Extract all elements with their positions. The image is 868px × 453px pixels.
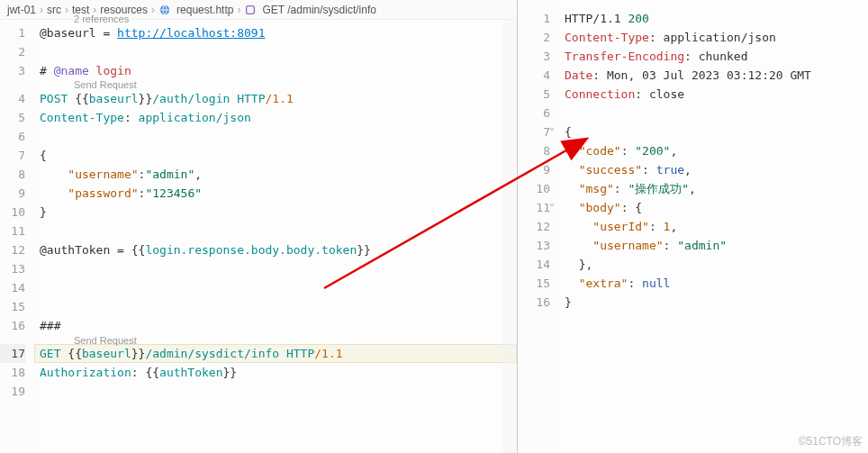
code-line[interactable] bbox=[34, 127, 517, 146]
code-line[interactable] bbox=[34, 382, 517, 401]
pane-divider[interactable] bbox=[517, 0, 518, 453]
line-gutter: 12345678910111213141516171819 bbox=[0, 20, 34, 453]
codelens-references[interactable]: 2 references bbox=[74, 10, 129, 29]
code-line[interactable] bbox=[34, 278, 517, 297]
code-line[interactable]: "username": "admin" bbox=[559, 236, 868, 255]
code-line[interactable]: @authToken = {{login.response.body.body.… bbox=[34, 240, 517, 259]
chevron-right-icon: › bbox=[40, 4, 43, 16]
code-line[interactable]: } bbox=[559, 293, 868, 312]
symbol-method-icon bbox=[244, 4, 257, 16]
code-line[interactable]: Content-Type: application/json bbox=[34, 108, 517, 127]
code-line[interactable] bbox=[34, 222, 517, 240]
chevron-right-icon: › bbox=[151, 4, 155, 16]
right-code-editor[interactable]: 12345678910111213141516 ⌄⌄ HTTP/1.1 200 … bbox=[518, 0, 868, 453]
code-line[interactable] bbox=[34, 297, 517, 316]
left-code-editor[interactable]: 12345678910111213141516171819 2 referenc… bbox=[0, 20, 517, 453]
code-line[interactable]: "success": true, bbox=[559, 160, 868, 179]
code-line[interactable]: { bbox=[34, 146, 517, 165]
code-line[interactable]: Content-Type: application/json bbox=[559, 28, 868, 47]
code-line[interactable]: "userId": 1, bbox=[559, 217, 868, 236]
code-line[interactable]: HTTP/1.1 200 bbox=[559, 9, 868, 28]
code-line[interactable]: "extra": null bbox=[559, 274, 868, 293]
crumb-project[interactable]: jwt-01 bbox=[7, 4, 36, 16]
codelens-send-request[interactable]: Send Request bbox=[74, 76, 137, 95]
code-line[interactable]: Connection: close bbox=[559, 85, 868, 104]
svg-rect-1 bbox=[247, 5, 255, 14]
crumb-symbol[interactable]: GET /admin/sysdict/info bbox=[262, 4, 376, 16]
watermark-text: ©51CTO博客 bbox=[799, 434, 863, 449]
code-line[interactable] bbox=[34, 42, 517, 61]
http-file-icon bbox=[158, 4, 171, 16]
codelens-send-request[interactable]: Send Request bbox=[74, 331, 137, 350]
response-viewer-pane: 12345678910111213141516 ⌄⌄ HTTP/1.1 200 … bbox=[518, 0, 868, 453]
code-line[interactable]: } bbox=[34, 203, 517, 222]
request-editor-pane: jwt-01 › src › test › resources › reques… bbox=[0, 0, 518, 453]
code-line[interactable]: { bbox=[559, 122, 868, 141]
crumb-folder[interactable]: src bbox=[47, 4, 61, 16]
code-line[interactable]: "password":"123456" bbox=[34, 184, 517, 203]
code-line[interactable]: Authorization: {{authToken}} bbox=[34, 363, 517, 382]
code-area[interactable]: HTTP/1.1 200 Content-Type: application/j… bbox=[559, 5, 868, 453]
code-line[interactable] bbox=[559, 104, 868, 122]
code-line[interactable]: Date: Mon, 03 Jul 2023 03:12:20 GMT bbox=[559, 66, 868, 85]
code-line[interactable] bbox=[34, 259, 517, 278]
fold-column[interactable]: ⌄⌄ bbox=[547, 4, 557, 306]
code-line[interactable]: "username":"admin", bbox=[34, 165, 517, 184]
chevron-right-icon: › bbox=[65, 4, 68, 16]
crumb-file[interactable]: request.http bbox=[176, 4, 233, 16]
code-line[interactable]: "body": { bbox=[559, 198, 868, 217]
minimap[interactable] bbox=[502, 20, 517, 453]
code-line[interactable]: "code": "200", bbox=[559, 141, 868, 160]
chevron-right-icon: › bbox=[237, 4, 240, 16]
code-area[interactable]: 2 references @baseurl = http://localhost… bbox=[34, 20, 517, 453]
code-line[interactable]: "msg": "操作成功", bbox=[559, 179, 868, 198]
code-line[interactable]: }, bbox=[559, 255, 868, 274]
code-line[interactable]: Transfer-Encoding: chunked bbox=[559, 47, 868, 66]
